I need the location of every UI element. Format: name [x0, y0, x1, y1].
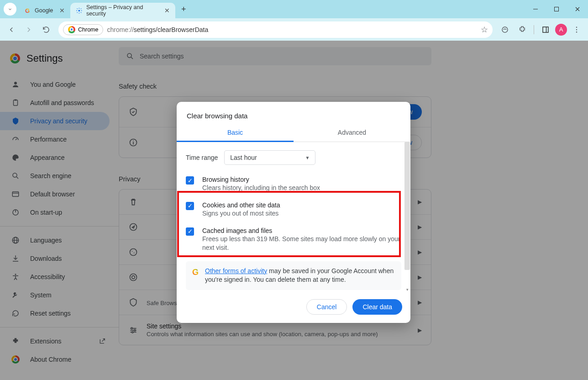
time-range-value: Last hour [230, 154, 257, 161]
window-close-button[interactable] [567, 0, 588, 18]
checkbox-desc: Frees up less than 319 MB. Some sites ma… [202, 235, 401, 252]
separator [534, 25, 534, 34]
browser-tab-google[interactable]: G Google ✕ [18, 3, 70, 18]
google-favicon-icon: G [24, 7, 31, 14]
checkbox-row-2: ✓Cached images and filesFrees up less th… [186, 224, 401, 259]
checkbox[interactable]: ✓ [186, 202, 194, 210]
google-account-info: G Other forms of activity may be saved i… [186, 261, 401, 290]
clear-browsing-data-dialog: Clear browsing data Basic Advanced ▾ Tim… [177, 102, 410, 323]
back-button[interactable] [4, 22, 19, 37]
svg-rect-4 [543, 27, 548, 32]
tab-advanced[interactable]: Advanced [294, 124, 410, 142]
chevron-down-icon: ▼ [305, 155, 310, 160]
profile-avatar[interactable]: A [555, 24, 567, 36]
close-tab-icon[interactable]: ✕ [164, 7, 170, 14]
svg-point-0 [79, 10, 80, 11]
site-chip[interactable]: Chrome [63, 24, 103, 35]
dialog-title: Clear browsing data [177, 102, 410, 124]
chrome-icon [68, 26, 75, 33]
dialog-tabs: Basic Advanced [177, 124, 410, 142]
window-titlebar: G Google ✕ Settings – Privacy and securi… [0, 0, 588, 18]
svg-rect-2 [555, 7, 559, 11]
svg-point-8 [576, 32, 577, 32]
checkbox-desc: Signs you out of most sites [202, 209, 280, 218]
tab-title: Google [35, 7, 53, 14]
checkbox-row-0: ✓Browsing historyClears history, includi… [186, 173, 401, 199]
dialog-scrollbar[interactable]: ▾ [404, 142, 410, 293]
chip-label: Chrome [78, 26, 98, 33]
svg-point-6 [576, 26, 577, 27]
reload-button[interactable] [38, 22, 54, 37]
new-tab-button[interactable]: + [177, 3, 190, 16]
checkbox[interactable]: ✓ [186, 227, 194, 236]
reading-list-icon[interactable] [497, 22, 513, 37]
tab-basic[interactable]: Basic [177, 124, 294, 142]
window-maximize-button[interactable] [546, 0, 567, 18]
google-g-icon: G [192, 267, 199, 285]
time-range-select[interactable]: Last hour ▼ [224, 150, 315, 165]
close-tab-icon[interactable]: ✕ [59, 7, 65, 14]
url-text: chrome://settings/clearBrowserData [107, 26, 208, 33]
tab-search-button[interactable] [4, 3, 16, 16]
time-range-label: Time range [186, 154, 218, 161]
checkbox-row-1: ✓Cookies and other site dataSigns you ou… [186, 199, 401, 224]
browser-tab-settings[interactable]: Settings – Privacy and security ✕ [70, 3, 175, 18]
bookmark-icon[interactable]: ☆ [481, 25, 488, 35]
settings-favicon-icon [76, 7, 83, 14]
other-forms-link[interactable]: Other forms of activity [205, 267, 267, 274]
checkbox[interactable]: ✓ [186, 176, 194, 185]
extensions-icon[interactable] [514, 22, 530, 37]
window-minimize-button[interactable] [525, 0, 546, 18]
forward-button[interactable] [21, 22, 37, 37]
checkbox-desc: Clears history, including in the search … [202, 184, 320, 192]
side-panel-icon[interactable] [538, 22, 553, 37]
checkbox-title: Cookies and other site data [202, 201, 280, 209]
cancel-button[interactable]: Cancel [306, 299, 347, 315]
clear-data-button[interactable]: Clear data [352, 299, 402, 315]
tab-title: Settings – Privacy and security [86, 4, 158, 17]
browser-toolbar: Chrome chrome://settings/clearBrowserDat… [0, 18, 588, 41]
checkbox-title: Cached images and files [202, 227, 401, 234]
address-bar[interactable]: Chrome chrome://settings/clearBrowserDat… [58, 21, 493, 38]
svg-point-7 [576, 29, 577, 30]
kebab-menu-icon[interactable] [569, 22, 584, 37]
checkbox-title: Browsing history [202, 176, 320, 183]
svg-point-3 [502, 27, 508, 32]
